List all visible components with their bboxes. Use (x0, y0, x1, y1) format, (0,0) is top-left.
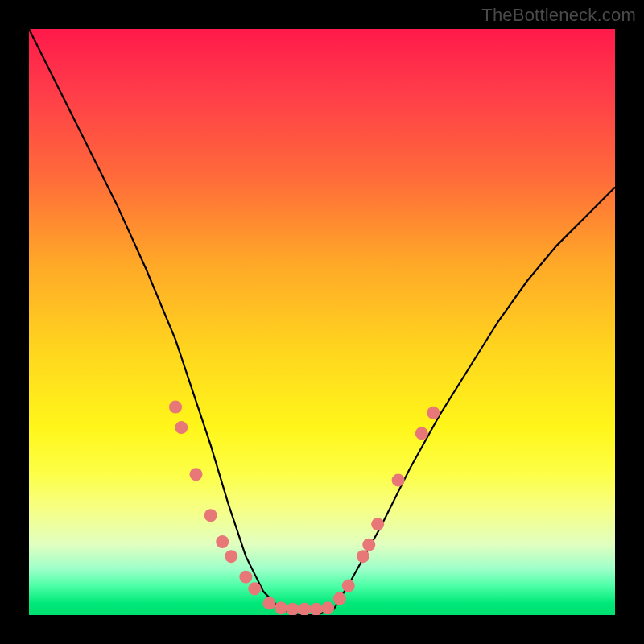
watermark-text: TheBottleneck.com (481, 5, 636, 26)
chart-container: TheBottleneck.com (0, 0, 644, 644)
plot-gradient-background (29, 29, 615, 615)
